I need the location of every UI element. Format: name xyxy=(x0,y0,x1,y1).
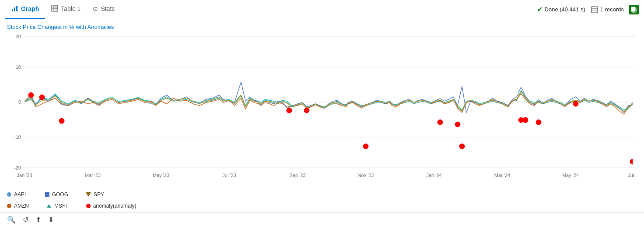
spy-label: SPY xyxy=(94,191,104,198)
svg-text:Sep '23: Sep '23 xyxy=(290,173,306,178)
tab-graph-label: Graph xyxy=(21,5,39,12)
svg-point-37 xyxy=(59,118,64,124)
tab-table1[interactable]: Table 1 xyxy=(45,0,87,19)
svg-text:10: 10 xyxy=(16,64,21,70)
export-down-icon[interactable]: ⬇ xyxy=(48,216,54,224)
refresh-icon[interactable]: ↺ xyxy=(23,216,28,224)
tab-table1-label: Table 1 xyxy=(61,5,80,12)
svg-text:Jan '23: Jan '23 xyxy=(17,173,32,178)
copy-button[interactable] xyxy=(629,5,639,14)
legend-anomaly: anomaly(anomaly) xyxy=(86,203,136,209)
svg-point-46 xyxy=(536,120,541,125)
svg-point-41 xyxy=(438,120,443,125)
anomaly-dot xyxy=(86,204,91,208)
chart-area: Stock Price Changest in % with Anomalies… xyxy=(0,19,644,244)
svg-point-48 xyxy=(630,159,635,164)
tab-stats-label: Stats xyxy=(101,5,115,12)
svg-text:May '23: May '23 xyxy=(153,173,169,178)
anomaly-label: anomaly(anomaly) xyxy=(93,203,136,209)
tab-stats[interactable]: ⊙ Stats xyxy=(87,0,121,19)
svg-point-40 xyxy=(363,144,368,149)
svg-point-42 xyxy=(455,122,460,127)
msft-tri xyxy=(46,203,52,209)
svg-text:20: 20 xyxy=(16,34,21,39)
legend-amzn: AMZN xyxy=(7,203,29,209)
status-area: ✔ Done (40.441 s) 1 records xyxy=(537,5,639,14)
top-bar: Graph Table 1 ⊙ Stats ✔ Done (40.441 s) xyxy=(0,0,644,19)
svg-marker-49 xyxy=(47,204,51,208)
aapl-dot xyxy=(7,192,11,197)
aapl-label: AAPL xyxy=(14,191,28,198)
amzn-label: AMZN xyxy=(14,203,29,209)
svg-text:Nov '23: Nov '23 xyxy=(358,173,374,178)
svg-point-43 xyxy=(459,144,465,149)
svg-rect-3 xyxy=(52,5,58,11)
chart-container: 20 10 0 -10 -20 Jan '23 Mar '23 May '23 … xyxy=(7,30,637,188)
svg-point-39 xyxy=(304,108,309,113)
legend-area: AAPL GOOG SPY AMZN MSFT anomaly(anomaly) xyxy=(0,188,644,212)
svg-text:-10: -10 xyxy=(14,134,21,140)
graph-icon xyxy=(11,5,18,13)
svg-text:Mar '23: Mar '23 xyxy=(85,173,101,178)
svg-point-47 xyxy=(573,101,578,106)
toolbar: 🔍 ↺ ⬆ ⬇ xyxy=(0,212,644,226)
chart-title: Stock Price Changest in % with Anomalies xyxy=(0,22,644,30)
svg-rect-8 xyxy=(592,7,598,13)
legend-goog: GOOG xyxy=(45,191,68,198)
svg-text:May '24: May '24 xyxy=(562,173,579,178)
search-icon[interactable]: 🔍 xyxy=(7,216,16,224)
legend-msft: MSFT xyxy=(46,203,69,209)
spy-tri xyxy=(86,192,91,197)
svg-text:0: 0 xyxy=(18,99,21,105)
goog-label: GOOG xyxy=(52,191,68,198)
legend-spy: SPY xyxy=(86,191,104,198)
svg-text:Jul '23: Jul '23 xyxy=(222,173,236,178)
tab-graph[interactable]: Graph xyxy=(5,0,45,19)
svg-text:Jul '24: Jul '24 xyxy=(628,173,637,178)
records-label: 1 records xyxy=(600,6,624,13)
table-icon xyxy=(51,5,58,13)
svg-point-38 xyxy=(287,108,292,113)
svg-text:Mar '24: Mar '24 xyxy=(494,173,510,178)
stats-icon: ⊙ xyxy=(93,5,98,12)
goog-square xyxy=(45,192,49,197)
svg-rect-1 xyxy=(14,7,15,11)
export-up-icon[interactable]: ⬆ xyxy=(35,216,41,224)
svg-text:Jan '24: Jan '24 xyxy=(426,173,441,178)
svg-rect-0 xyxy=(12,9,13,11)
svg-point-45 xyxy=(523,117,528,123)
check-icon: ✔ xyxy=(537,5,542,14)
svg-point-36 xyxy=(39,95,45,100)
amzn-dot xyxy=(7,204,11,208)
svg-text:-20: -20 xyxy=(14,165,21,170)
svg-rect-12 xyxy=(631,7,635,11)
msft-label: MSFT xyxy=(54,203,69,209)
done-badge: ✔ Done (40.441 s) xyxy=(537,5,585,14)
records-icon xyxy=(591,6,598,14)
svg-point-35 xyxy=(28,92,34,98)
done-label: Done (40.441 s) xyxy=(545,6,585,13)
svg-rect-2 xyxy=(16,6,18,11)
legend-aapl: AAPL xyxy=(7,191,28,198)
chart-svg: 20 10 0 -10 -20 Jan '23 Mar '23 May '23 … xyxy=(7,30,637,188)
records-badge: 1 records xyxy=(591,6,624,14)
